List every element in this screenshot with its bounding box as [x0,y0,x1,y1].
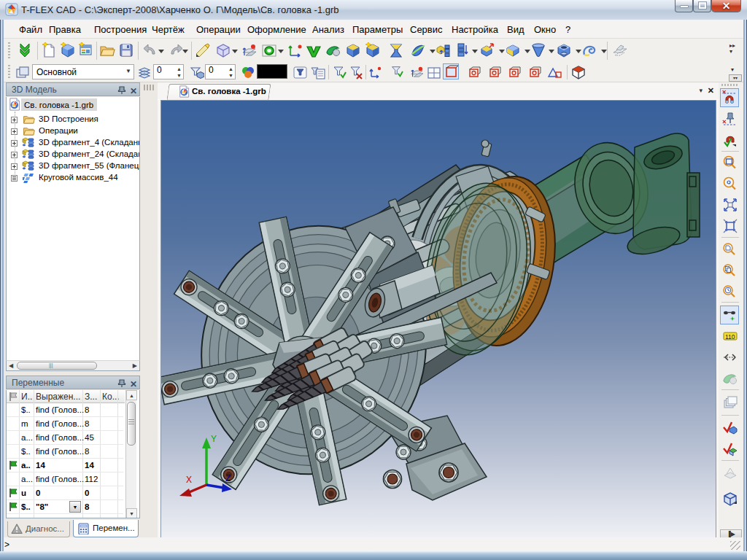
svg-text:Y: Y [211,434,217,444]
svg-text:X: X [186,475,192,485]
svg-text:Z: Z [225,473,231,483]
